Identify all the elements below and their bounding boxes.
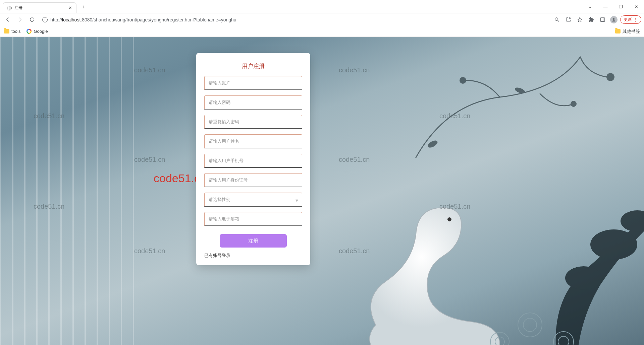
update-button[interactable]: 更新⋮	[620, 15, 641, 24]
watermark: code51.cn	[339, 247, 370, 255]
bookmarks-bar: tools Google 其他书签	[0, 26, 644, 37]
svg-point-3	[460, 77, 466, 84]
globe-icon	[7, 6, 12, 10]
window-minimize-icon[interactable]: —	[598, 0, 613, 13]
window-close-icon[interactable]: ✕	[629, 0, 644, 13]
window-controls: ⌄ — ❐ ✕	[582, 0, 644, 13]
bg-vines	[399, 44, 634, 178]
account-input[interactable]	[204, 76, 302, 90]
svg-rect-1	[600, 18, 605, 21]
svg-point-17	[558, 336, 569, 345]
svg-point-9	[590, 229, 637, 260]
share-icon[interactable]	[563, 15, 573, 25]
bg-flowers	[456, 184, 644, 345]
register-card: 用户注册 ▾ 注册 已有账号登录	[196, 53, 310, 265]
nav-back-button[interactable]	[3, 15, 13, 25]
svg-point-4	[606, 73, 614, 81]
idcard-input[interactable]	[204, 173, 302, 187]
site-info-icon[interactable]: i	[42, 17, 48, 22]
tab-dropdown-icon[interactable]: ⌄	[582, 0, 598, 13]
bg-stripes	[0, 37, 141, 345]
password-input[interactable]	[204, 95, 302, 110]
folder-icon	[615, 29, 621, 33]
svg-point-5	[571, 101, 577, 107]
svg-point-14	[490, 332, 509, 345]
svg-point-12	[518, 313, 542, 337]
browser-tab[interactable]: 注册 ✕	[3, 2, 76, 13]
watermark: code51.cn	[439, 112, 470, 120]
gender-display[interactable]	[204, 193, 302, 207]
gender-select[interactable]: ▾	[204, 193, 302, 212]
bookmark-google[interactable]: Google	[26, 29, 48, 34]
svg-point-11	[621, 210, 644, 232]
register-button[interactable]: 注册	[220, 234, 287, 248]
nav-reload-button[interactable]	[27, 15, 37, 25]
svg-point-7	[514, 86, 526, 94]
bookmark-tools[interactable]: tools	[4, 29, 20, 34]
bookmark-other[interactable]: 其他书签	[615, 28, 640, 34]
svg-point-8	[447, 217, 451, 221]
svg-point-2	[613, 18, 615, 20]
nav-forward-button[interactable]	[15, 15, 25, 25]
svg-point-13	[523, 318, 537, 332]
svg-point-16	[553, 332, 574, 345]
browser-toolbar: i http://localhost:8080/shanchouwang/fro…	[0, 13, 644, 26]
watermark: code51.cn	[439, 203, 470, 210]
svg-point-15	[495, 337, 504, 345]
tab-title: 注册	[14, 5, 22, 11]
svg-point-6	[427, 139, 439, 149]
svg-point-10	[565, 266, 602, 290]
phone-input[interactable]	[204, 154, 302, 168]
email-input[interactable]	[204, 212, 302, 226]
name-input[interactable]	[204, 134, 302, 148]
google-icon	[26, 29, 32, 34]
sidepanel-icon[interactable]	[597, 15, 607, 25]
url-text: http://localhost:8080/shanchouwang/front…	[50, 17, 236, 22]
window-titlebar: 注册 ✕ + ⌄ — ❐ ✕	[0, 0, 644, 13]
watermark: code51.cn	[339, 66, 370, 74]
password-confirm-input[interactable]	[204, 115, 302, 129]
form-title: 用户注册	[204, 62, 302, 70]
address-bar[interactable]: i http://localhost:8080/shanchouwang/fro…	[39, 15, 550, 25]
window-maximize-icon[interactable]: ❐	[613, 0, 629, 13]
folder-icon	[4, 29, 9, 33]
watermark: code51.cn	[339, 156, 370, 163]
login-link[interactable]: 已有账号登录	[204, 253, 230, 258]
svg-point-0	[555, 18, 558, 21]
page-content: code51.cn code51.cn code51.cn code51.cn …	[0, 37, 644, 345]
extensions-icon[interactable]	[586, 15, 596, 25]
bookmark-star-icon[interactable]	[575, 15, 585, 25]
tab-close-icon[interactable]: ✕	[68, 5, 72, 10]
profile-avatar[interactable]	[609, 15, 619, 25]
bg-swan	[342, 184, 517, 345]
zoom-icon[interactable]	[552, 15, 562, 25]
new-tab-button[interactable]: +	[78, 2, 88, 12]
